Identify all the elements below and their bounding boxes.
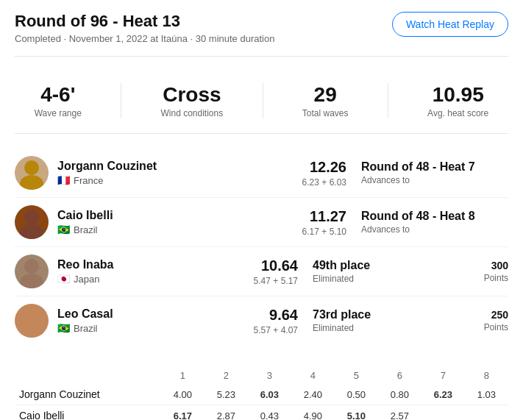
- scorecard-name-caio: Caio Ibelli: [15, 405, 161, 421]
- score-jorgann-6: 0.80: [378, 384, 421, 405]
- page-title: Round of 96 - Heat 13: [15, 12, 274, 31]
- score-jorgann-7: 6.23: [421, 384, 465, 405]
- result-sub-jorgann: Advances to: [361, 175, 508, 185]
- result-sub-leo: Eliminated: [313, 323, 460, 333]
- score-caio-6: 2.57: [378, 405, 421, 421]
- surfer-result-caio: Round of 48 - Heat 8 Advances to: [361, 210, 508, 235]
- surfer-name-leo: Leo Casal: [57, 307, 254, 321]
- col-header-name: [15, 367, 161, 384]
- scorecard-header-row: 1 2 3 4 5 6 7 8: [15, 367, 508, 384]
- col-header-8: 8: [465, 367, 508, 384]
- col-header-6: 6: [378, 367, 421, 384]
- flag-reo: 🇯🇵: [57, 273, 70, 285]
- points-col-reo: 300 Points: [460, 260, 508, 283]
- surfer-info-reo: Reo Inaba 🇯🇵 Japan: [57, 258, 254, 285]
- surfer-scores-reo: 10.64 5.47 + 5.17: [254, 257, 298, 286]
- svg-point-5: [20, 274, 43, 288]
- stats-row: 4-6' Wave range Cross Wind conditions 29…: [15, 71, 508, 134]
- surfer-name-reo: Reo Inaba: [57, 258, 254, 271]
- result-sub-reo: Eliminated: [313, 274, 460, 284]
- points-leo: 250: [472, 309, 508, 321]
- result-title-caio: Round of 48 - Heat 8: [361, 210, 508, 223]
- score-caio-1: 6.17: [161, 405, 204, 421]
- surfer-scores-leo: 9.64 5.57 + 4.07: [254, 307, 298, 335]
- flag-caio: 🇧🇷: [57, 224, 70, 235]
- avg-score-label: Avg. heat score: [427, 108, 488, 118]
- avatar-jorgann: [15, 156, 49, 190]
- surfer-country-leo: 🇧🇷 Brazil: [57, 322, 254, 334]
- col-header-2: 2: [204, 367, 248, 384]
- surfer-row-reo: Reo Inaba 🇯🇵 Japan 10.64 5.47 + 5.17 49t…: [15, 247, 508, 296]
- wave-scores-caio: 6.17 + 5.10: [302, 227, 346, 237]
- result-sub-caio: Advances to: [361, 224, 508, 235]
- surfer-country-caio: 🇧🇷 Brazil: [57, 224, 302, 235]
- stat-total-waves: 29 Total waves: [302, 83, 349, 118]
- col-header-7: 7: [421, 367, 465, 384]
- surfers-section: Jorgann Couzinet 🇫🇷 France 12.26 6.23 + …: [15, 149, 508, 345]
- total-waves-label: Total waves: [302, 108, 349, 118]
- wave-scores-reo: 5.47 + 5.17: [254, 276, 298, 286]
- result-title-jorgann: Round of 48 - Heat 7: [361, 160, 508, 174]
- surfer-row-leo: Leo Casal 🇧🇷 Brazil 9.64 5.57 + 4.07 73r…: [15, 296, 508, 345]
- watch-replay-button[interactable]: Watch Heat Replay: [392, 12, 508, 37]
- stat-avg-score: 10.95 Avg. heat score: [427, 83, 488, 118]
- scorecard-row-caio: Caio Ibelli 6.17 2.87 0.43 4.90 5.10 2.5…: [15, 405, 508, 421]
- total-waves-value: 29: [302, 83, 349, 107]
- score-jorgann-4: 2.40: [291, 384, 335, 405]
- heat-subtitle: Completed · November 1, 2022 at Itaúna ·…: [15, 33, 274, 44]
- score-jorgann-2: 5.23: [204, 384, 248, 405]
- points-label-leo: Points: [460, 322, 508, 332]
- heat-status: Completed: [15, 33, 61, 44]
- surfer-result-reo: 49th place Eliminated: [313, 259, 460, 284]
- surfer-info-jorgann: Jorgann Couzinet 🇫🇷 France: [57, 160, 302, 186]
- svg-point-6: [24, 308, 39, 323]
- wind-label: Wind conditions: [161, 108, 224, 118]
- surfer-result-leo: 73rd place Eliminated: [313, 308, 460, 333]
- flag-jorgann: 🇫🇷: [57, 174, 70, 186]
- header-separator: ·: [64, 33, 69, 44]
- points-label-reo: Points: [460, 273, 508, 283]
- scorecard-row-jorgann: Jorgann Couzinet 4.00 5.23 6.03 2.40 0.5…: [15, 384, 508, 405]
- total-score-jorgann: 12.26: [302, 159, 346, 176]
- wave-range-value: 4-6': [35, 83, 82, 107]
- col-header-4: 4: [291, 367, 335, 384]
- surfer-info-caio: Caio Ibelli 🇧🇷 Brazil: [57, 209, 302, 235]
- score-caio-3: 0.43: [248, 405, 291, 421]
- scorecard-table: 1 2 3 4 5 6 7 8 Jorgann Couzinet 4.00 5.…: [15, 367, 508, 420]
- score-caio-5: 5.10: [335, 405, 378, 421]
- score-jorgann-1: 4.00: [161, 384, 204, 405]
- country-name-caio: Brazil: [74, 224, 98, 235]
- svg-point-0: [24, 160, 39, 175]
- score-jorgann-3: 6.03: [248, 384, 291, 405]
- heat-header: Round of 96 - Heat 13 Completed · Novemb…: [15, 12, 508, 57]
- score-caio-7: [421, 405, 465, 421]
- surfer-country-reo: 🇯🇵 Japan: [57, 273, 254, 285]
- scorecard-section: 1 2 3 4 5 6 7 8 Jorgann Couzinet 4.00 5.…: [15, 360, 508, 420]
- page-container: Round of 96 - Heat 13 Completed · Novemb…: [0, 0, 523, 420]
- surfer-result-wrapper-reo: 49th place Eliminated 300 Points: [313, 259, 508, 284]
- wave-scores-jorgann: 6.23 + 6.03: [302, 177, 346, 188]
- stat-divider-3: [388, 83, 388, 118]
- stat-wind: Cross Wind conditions: [161, 83, 224, 118]
- avatar-caio: [15, 205, 49, 239]
- wave-scores-leo: 5.57 + 4.07: [254, 325, 298, 335]
- score-jorgann-5: 0.50: [335, 384, 378, 405]
- result-title-reo: 49th place: [313, 259, 460, 272]
- avatar-leo: [15, 304, 49, 338]
- country-name-jorgann: France: [74, 175, 103, 186]
- svg-point-3: [20, 224, 43, 239]
- surfer-row-caio: Caio Ibelli 🇧🇷 Brazil 11.27 6.17 + 5.10 …: [15, 198, 508, 247]
- wind-value: Cross: [161, 83, 224, 107]
- points-reo: 300: [472, 260, 508, 271]
- scorecard-name-jorgann: Jorgann Couzinet: [15, 384, 161, 405]
- total-score-leo: 9.64: [254, 307, 298, 324]
- total-score-caio: 11.27: [302, 208, 346, 225]
- flag-leo: 🇧🇷: [57, 322, 70, 334]
- svg-point-2: [24, 210, 39, 224]
- country-name-leo: Brazil: [74, 323, 98, 334]
- surfer-row-jorgann: Jorgann Couzinet 🇫🇷 France 12.26 6.23 + …: [15, 149, 508, 198]
- surfer-scores-jorgann: 12.26 6.23 + 6.03: [302, 159, 346, 188]
- score-caio-2: 2.87: [204, 405, 248, 421]
- stat-divider-2: [263, 83, 263, 118]
- col-header-3: 3: [248, 367, 291, 384]
